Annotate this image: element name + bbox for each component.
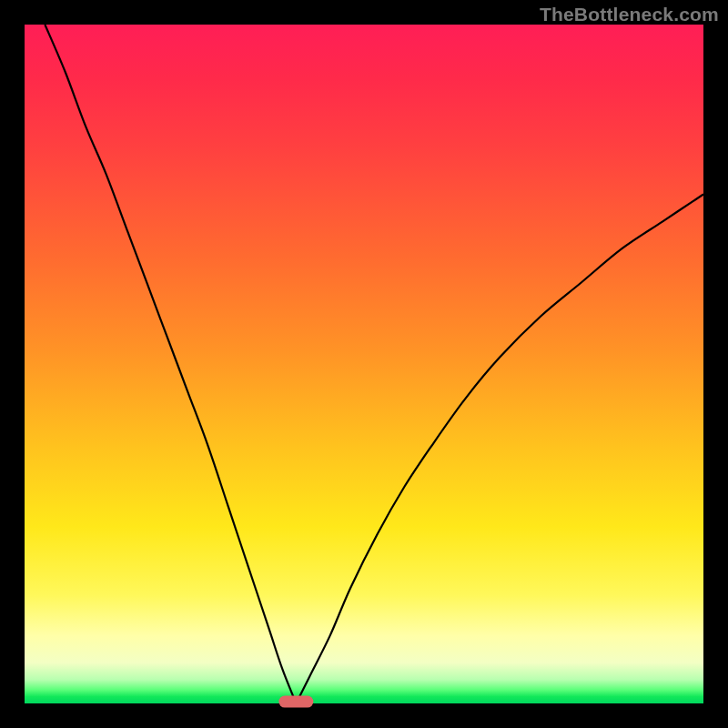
chart-frame: TheBottleneck.com [0,0,728,728]
minimum-marker [279,696,313,708]
plot-area [25,25,703,703]
curve-right-branch [296,195,703,704]
curve-left-branch [45,25,296,703]
watermark-text: TheBottleneck.com [540,4,719,25]
bottleneck-curve [25,25,703,703]
